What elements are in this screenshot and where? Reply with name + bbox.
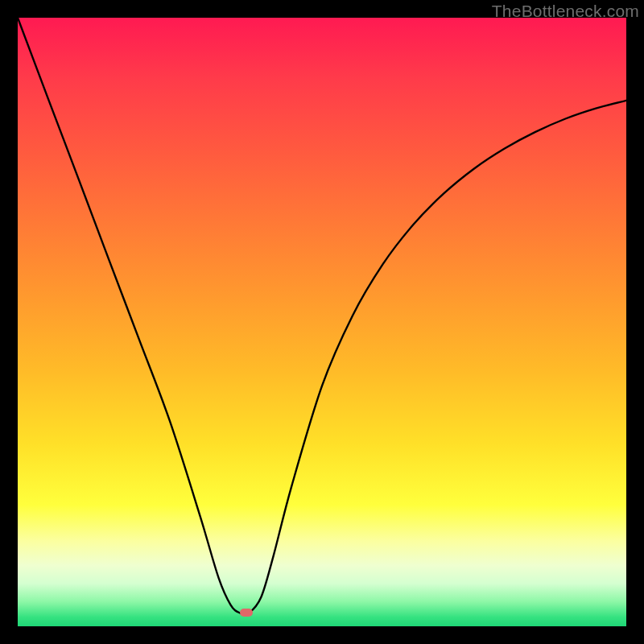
chart-frame [18, 18, 626, 626]
watermark-text: TheBottleneck.com [492, 2, 639, 21]
bottleneck-marker-icon [240, 609, 253, 617]
bottleneck-curve [18, 18, 626, 626]
